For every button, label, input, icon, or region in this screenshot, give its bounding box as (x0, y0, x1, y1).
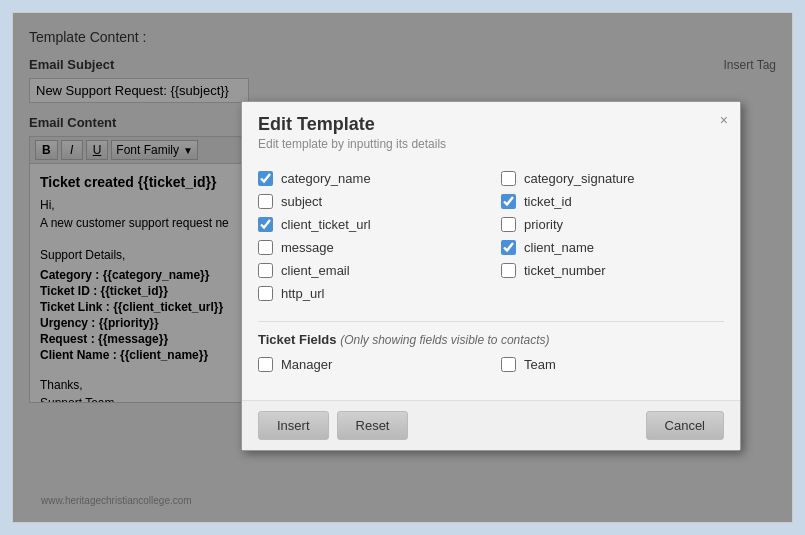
checkbox-item-ticket-id: ticket_id (501, 194, 724, 209)
ticket-fields-section: Ticket Fields (Only showing fields visib… (258, 332, 724, 372)
ticket-fields-note: (Only showing fields visible to contacts… (340, 333, 549, 347)
checkbox-label-client-ticket-url: client_ticket_url (281, 217, 371, 232)
checkbox-label-http-url: http_url (281, 286, 324, 301)
checkbox-message[interactable] (258, 240, 273, 255)
checkbox-item-ticket-number: ticket_number (501, 263, 724, 278)
checkbox-label-client-email: client_email (281, 263, 350, 278)
checkbox-item-category-signature: category_signature (501, 171, 724, 186)
checkbox-label-client-name: client_name (524, 240, 594, 255)
checkbox-item-http-url: http_url (258, 286, 481, 301)
checkbox-client-email[interactable] (258, 263, 273, 278)
modal-title: Edit Template (258, 114, 724, 135)
checkbox-client-name[interactable] (501, 240, 516, 255)
checkbox-label-manager: Manager (281, 357, 332, 372)
modal-header: Edit Template Edit template by inputting… (242, 102, 740, 159)
modal-footer-left: Insert Reset (258, 411, 408, 440)
modal-close-button[interactable]: × (720, 112, 728, 128)
checkbox-team[interactable] (501, 357, 516, 372)
checkbox-label-ticket-id: ticket_id (524, 194, 572, 209)
modal-footer: Insert Reset Cancel (242, 400, 740, 450)
modal-body: category_name category_signature subject… (242, 159, 740, 400)
checkbox-item-subject: subject (258, 194, 481, 209)
checkbox-item-priority: priority (501, 217, 724, 232)
checkbox-item-team: Team (501, 357, 724, 372)
checkbox-category-signature[interactable] (501, 171, 516, 186)
checkbox-category-name[interactable] (258, 171, 273, 186)
checkbox-label-message: message (281, 240, 334, 255)
checkbox-label-category-signature: category_signature (524, 171, 635, 186)
checkbox-item-client-ticket-url: client_ticket_url (258, 217, 481, 232)
checkbox-ticket-number[interactable] (501, 263, 516, 278)
checkbox-subject[interactable] (258, 194, 273, 209)
modal-subtitle: Edit template by inputting its details (258, 137, 724, 151)
checkbox-client-ticket-url[interactable] (258, 217, 273, 232)
background-panel: Template Content : Email Subject Insert … (12, 12, 793, 523)
reset-button[interactable]: Reset (337, 411, 409, 440)
ticket-fields-grid: Manager Team (258, 357, 724, 372)
ticket-fields-label: Ticket Fields (258, 332, 337, 347)
checkbox-http-url[interactable] (258, 286, 273, 301)
checkbox-manager[interactable] (258, 357, 273, 372)
checkbox-item-message: message (258, 240, 481, 255)
divider (258, 321, 724, 322)
checkbox-label-ticket-number: ticket_number (524, 263, 606, 278)
edit-template-modal: Edit Template Edit template by inputting… (241, 101, 741, 451)
ticket-fields-title: Ticket Fields (Only showing fields visib… (258, 332, 724, 347)
checkbox-label-priority: priority (524, 217, 563, 232)
checkbox-ticket-id[interactable] (501, 194, 516, 209)
checkbox-label-team: Team (524, 357, 556, 372)
checkbox-label-subject: subject (281, 194, 322, 209)
checkbox-item-category-name: category_name (258, 171, 481, 186)
checkbox-item-manager: Manager (258, 357, 481, 372)
checkbox-item-client-name: client_name (501, 240, 724, 255)
cancel-button[interactable]: Cancel (646, 411, 724, 440)
checkbox-priority[interactable] (501, 217, 516, 232)
checkbox-label-category-name: category_name (281, 171, 371, 186)
insert-button[interactable]: Insert (258, 411, 329, 440)
checkbox-grid: category_name category_signature subject… (258, 171, 724, 301)
checkbox-item-client-email: client_email (258, 263, 481, 278)
